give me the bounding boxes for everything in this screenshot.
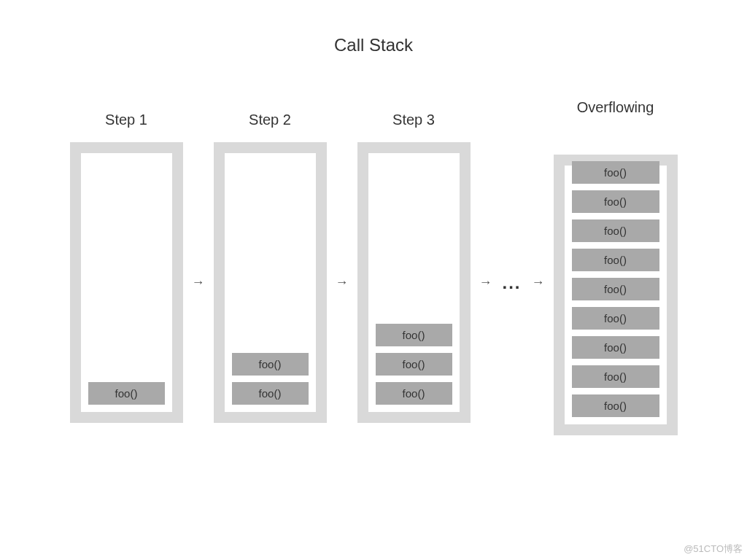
watermark: @51CTO博客 [684, 542, 743, 556]
stack-frames-3: foo() foo() foo() [376, 324, 452, 405]
stack-frame: foo() [572, 249, 659, 271]
overflow-label: Overflowing [577, 99, 654, 118]
stack-frames-overflow: foo() foo() foo() foo() foo() foo() foo(… [572, 161, 659, 417]
stack-inner-1: foo() [81, 153, 172, 412]
stack-frame: foo() [232, 353, 309, 376]
step-3: Step 3 foo() foo() foo() [357, 112, 471, 423]
stack-frames-1: foo() [88, 382, 165, 405]
stack-frame: foo() [88, 382, 165, 405]
stack-frame: foo() [572, 219, 659, 242]
stack-frame: foo() [232, 382, 309, 405]
stack-container-1: foo() [70, 142, 183, 423]
stack-frame: foo() [376, 353, 452, 376]
arrow-icon: → [334, 142, 350, 423]
stack-frame: foo() [376, 382, 452, 405]
stack-container-3: foo() foo() foo() [357, 142, 471, 423]
stack-frame: foo() [572, 307, 659, 330]
ellipsis: ... [501, 142, 523, 423]
stack-inner-2: foo() foo() [225, 153, 316, 412]
stack-row: Step 1 foo() → Step 2 foo() foo() → Step… [0, 99, 747, 435]
arrow-icon: → [530, 142, 546, 423]
step-1-label: Step 1 [105, 112, 147, 131]
stack-inner-3: foo() foo() foo() [368, 153, 460, 412]
stack-frame: foo() [572, 278, 659, 300]
step-2-label: Step 2 [249, 112, 291, 131]
stack-frame: foo() [572, 394, 659, 417]
diagram-title: Call Stack [0, 35, 747, 55]
stack-frame: foo() [572, 336, 659, 359]
stack-frame: foo() [376, 324, 452, 346]
step-3-label: Step 3 [392, 112, 435, 131]
step-1: Step 1 foo() [70, 112, 183, 423]
stack-frames-2: foo() foo() [232, 353, 309, 405]
stack-frame: foo() [572, 365, 659, 388]
arrow-icon: → [190, 142, 206, 423]
stack-frame: foo() [572, 190, 659, 213]
stack-frame: foo() [572, 161, 659, 184]
stack-container-2: foo() foo() [214, 142, 327, 423]
overflow-wrap: foo() foo() foo() foo() foo() foo() foo(… [554, 155, 678, 435]
overflow-step: Overflowing foo() foo() foo() foo() foo(… [554, 99, 678, 435]
arrow-icon: → [478, 142, 494, 423]
step-2: Step 2 foo() foo() [214, 112, 327, 423]
